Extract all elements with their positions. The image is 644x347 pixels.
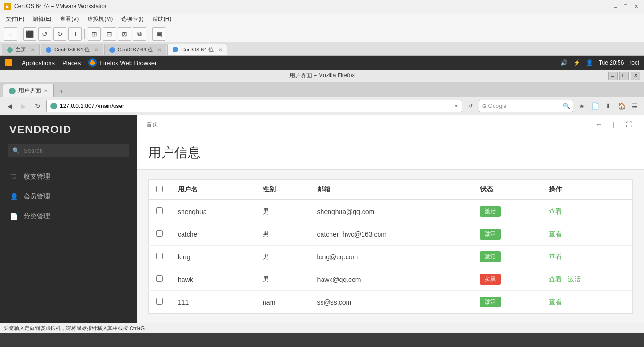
ff-reader-icon[interactable]: 📄	[589, 100, 601, 112]
row-status: 拉黑	[472, 268, 541, 291]
breadcrumb-back-btn[interactable]: ←	[593, 119, 604, 130]
ff-maximize[interactable]: ☐	[619, 72, 629, 80]
action-查看[interactable]: 查看	[549, 207, 562, 215]
status-badge[interactable]: 激活	[480, 251, 501, 262]
menu-edit[interactable]: 编辑(E)	[29, 14, 55, 24]
toolbar-sep-2	[84, 29, 85, 39]
menu-view[interactable]: 查看(V)	[56, 14, 83, 24]
gnome-applications[interactable]: Applications	[5, 59, 55, 66]
tab-centos64-close[interactable]: ✕	[218, 47, 222, 52]
ff-url-dropdown[interactable]: ▾	[455, 103, 458, 109]
sidebar-item-member[interactable]: 👤 会员管理	[0, 187, 137, 207]
gnome-volume-icon[interactable]: 🔊	[561, 59, 568, 66]
sidebar-search[interactable]: 🔍	[8, 144, 129, 157]
ff-search-bar[interactable]: G Google 🔍	[479, 100, 573, 112]
breadcrumb-expand-btn[interactable]: ⛶	[623, 119, 635, 130]
th-username: 用户名	[170, 180, 255, 200]
status-badge[interactable]: 拉黑	[480, 274, 501, 285]
table-row: shenghua男shenghua@qq.com激活查看	[149, 200, 633, 223]
vmware-titlebar: ▶ CentOS 64 位 – VMware Workstation – ☐ ✕	[0, 0, 644, 13]
close-button[interactable]: ✕	[632, 2, 640, 11]
row-checkbox-3[interactable]	[156, 275, 163, 282]
row-username: hawk	[170, 268, 255, 291]
sidebar-finance-label: 收支管理	[24, 173, 50, 181]
ff-refresh-button[interactable]: ↺	[465, 100, 476, 112]
ff-new-tab-button[interactable]: +	[56, 86, 67, 97]
select-all-checkbox[interactable]	[156, 186, 163, 192]
ff-download-icon[interactable]: ⬇	[603, 100, 614, 112]
ff-tab-user[interactable]: 用户界面 ✕	[3, 84, 54, 97]
maximize-button[interactable]: ☐	[621, 2, 630, 11]
toolbar-btn-6[interactable]: ⊞	[88, 27, 101, 41]
toolbar-btn-10[interactable]: ▣	[152, 27, 165, 41]
status-badge[interactable]: 激活	[480, 297, 501, 307]
row-status: 激活	[472, 246, 541, 268]
tab-centos6[interactable]: CentOS6 64 位 ✕	[41, 44, 103, 55]
toolbar-btn-4[interactable]: ↻	[53, 27, 66, 41]
tab-centos64[interactable]: CentOS 64 位 ✕	[167, 44, 227, 55]
centos7-tab-icon	[109, 47, 115, 53]
gnome-bluetooth-icon[interactable]: ⚡	[573, 59, 580, 66]
row-checkbox-2[interactable]	[156, 253, 163, 259]
row-username: 111	[170, 291, 255, 314]
ff-tab-close[interactable]: ✕	[44, 88, 48, 93]
gnome-network-icon[interactable]: 👤	[586, 59, 593, 66]
sidebar: VENDROID 🔍 🛡 收支管理 👤 会员管理 📄 分类管理	[0, 115, 137, 323]
toolbar-btn-8[interactable]: ⊠	[118, 27, 131, 41]
toolbar-btn-3[interactable]: ↺	[38, 27, 51, 41]
menu-tabs[interactable]: 选项卡(I)	[117, 14, 147, 24]
ff-home-icon[interactable]: 🏠	[616, 100, 627, 112]
action-查看[interactable]: 查看	[549, 253, 562, 260]
gnome-browser[interactable]: Firefox Web Browser	[88, 58, 157, 67]
tab-centos7[interactable]: CentOS7 64 位 ✕	[104, 44, 167, 55]
app-wrapper: VENDROID 🔍 🛡 收支管理 👤 会员管理 📄 分类管理	[0, 115, 644, 323]
tab-home[interactable]: 主页 ✕	[2, 44, 40, 55]
row-email: ss@ss.com	[310, 291, 472, 314]
row-gender: nam	[255, 291, 310, 314]
status-badge[interactable]: 激活	[480, 229, 501, 240]
gnome-applications-label: Applications	[22, 59, 55, 66]
sidebar-item-finance[interactable]: 🛡 收支管理	[0, 167, 137, 187]
statusbar: 要将输入定向到该虚拟机，请将鼠标指针移入其中或按 Ctrl+G。	[0, 323, 644, 333]
ff-menu-icon[interactable]: ☰	[629, 100, 640, 112]
ff-forward-button[interactable]: ▶	[18, 100, 29, 112]
ff-bookmark-icon[interactable]: ★	[576, 100, 587, 112]
menu-file[interactable]: 文件(F)	[2, 14, 28, 24]
menu-help[interactable]: 帮助(H)	[149, 14, 175, 24]
home-tab-icon	[7, 47, 13, 53]
tab-centos7-close[interactable]: ✕	[157, 47, 161, 52]
row-checkbox-1[interactable]	[156, 230, 163, 237]
minimize-button[interactable]: –	[611, 2, 619, 11]
row-email: leng@qq.com	[310, 246, 472, 268]
firefox-icon	[88, 58, 97, 67]
ff-reload-button[interactable]: ↻	[32, 100, 43, 112]
action-查看[interactable]: 查看	[549, 275, 562, 283]
row-email: catcher_hwq@163.com	[310, 223, 472, 246]
toolbar-btn-2[interactable]: ⬛	[23, 27, 36, 41]
ff-close[interactable]: ✕	[631, 72, 640, 80]
toolbar-btn-1[interactable]: ≡	[4, 27, 17, 41]
ff-search-icon[interactable]: 🔍	[563, 103, 570, 109]
tab-home-close[interactable]: ✕	[31, 47, 34, 52]
search-input[interactable]	[24, 147, 124, 154]
toolbar-btn-7[interactable]: ⊟	[103, 27, 116, 41]
ff-urlbar[interactable]: 127.0.0.1:8077/main/user ▾	[46, 100, 462, 112]
firefox-title: 用户界面 – Mozilla Firefox	[289, 72, 355, 80]
menu-vm[interactable]: 虚拟机(M)	[83, 14, 116, 24]
action-激活[interactable]: 激活	[568, 275, 581, 283]
action-查看[interactable]: 查看	[549, 230, 562, 238]
gnome-places[interactable]: Places	[62, 59, 81, 66]
shield-icon: 🛡	[9, 173, 18, 181]
row-checkbox-0[interactable]	[156, 207, 163, 214]
sidebar-item-category[interactable]: 📄 分类管理	[0, 207, 137, 226]
ff-minimize[interactable]: –	[608, 72, 618, 80]
row-actions: 查看	[541, 291, 632, 314]
tab-centos6-close[interactable]: ✕	[94, 47, 98, 52]
ff-back-button[interactable]: ◀	[4, 100, 15, 112]
toolbar-btn-5[interactable]: ⏸	[68, 27, 82, 41]
toolbar-btn-9[interactable]: ⧉	[133, 27, 146, 41]
gnome-user[interactable]: root	[629, 59, 639, 66]
action-查看[interactable]: 查看	[549, 298, 562, 306]
row-checkbox-4[interactable]	[156, 298, 163, 305]
status-badge[interactable]: 激活	[480, 206, 501, 217]
